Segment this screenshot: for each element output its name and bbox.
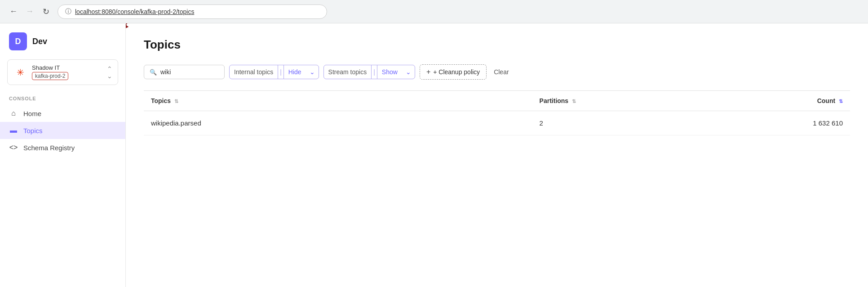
- schema-label: Schema Registry: [23, 144, 75, 152]
- sidebar-item-topics[interactable]: ▬ Topics: [0, 122, 125, 139]
- page-title: Topics: [144, 38, 850, 52]
- count-value: 1 632 610: [673, 111, 850, 135]
- cluster-id: kafka-prod-2: [32, 72, 68, 80]
- topics-table: Topics ⇅ Partitions ⇅ Count ⇅ wikipedia.: [144, 90, 850, 135]
- partitions-sort-icon[interactable]: ⇅: [572, 99, 576, 104]
- search-value: wiki: [160, 68, 171, 76]
- avatar: D: [9, 32, 27, 50]
- filters-row: 🔍 wiki Internal topics | Hide ⌄ Stream t…: [144, 64, 850, 80]
- kafka-icon: ✳: [13, 65, 27, 80]
- cleanup-policy-label: + Cleanup policy: [433, 68, 480, 76]
- topics-label: Topics: [23, 127, 43, 135]
- stream-topics-label: Stream topics: [324, 65, 372, 79]
- topics-icon: ▬: [9, 126, 18, 135]
- cluster-info: Shadow IT kafka-prod-2: [32, 64, 102, 80]
- cluster-selector[interactable]: ✳ Shadow IT kafka-prod-2 ⌃⌄: [7, 59, 118, 85]
- stream-topics-chevron: ⌄: [402, 65, 415, 79]
- search-icon: 🔍: [150, 69, 157, 76]
- home-icon: ⌂: [9, 109, 18, 117]
- app-name: Dev: [32, 37, 47, 46]
- chevron-icon: ⌃⌄: [107, 65, 112, 80]
- sidebar-item-schema-registry[interactable]: <> Schema Registry: [0, 139, 125, 156]
- refresh-button[interactable]: ↻: [40, 5, 52, 18]
- internal-topics-chevron: ⌄: [306, 65, 319, 79]
- search-box[interactable]: 🔍 wiki: [144, 65, 225, 79]
- sidebar: D Dev ✳ Shadow IT kafka-prod-2 ⌃⌄ CONSOL…: [0, 23, 126, 287]
- cluster-name: Shadow IT: [32, 64, 102, 71]
- back-button[interactable]: ←: [7, 5, 20, 18]
- plus-icon: +: [426, 68, 430, 76]
- browser-chrome: ← → ↻ ⓘ localhost:8080/console/kafka-pro…: [0, 0, 868, 23]
- main-content: Topics 🔍 wiki Internal topics | Hide ⌄ S…: [126, 23, 868, 287]
- partitions-value: 2: [532, 111, 673, 135]
- table-header-row: Topics ⇅ Partitions ⇅ Count ⇅: [144, 91, 850, 111]
- url-text: localhost:8080/console/kafka-prod-2/topi…: [75, 8, 194, 15]
- table-row[interactable]: wikipedia.parsed 2 1 632 610: [144, 111, 850, 135]
- clear-button[interactable]: Clear: [491, 65, 511, 79]
- topic-name: wikipedia.parsed: [144, 111, 532, 135]
- svg-line-0: [126, 23, 186, 27]
- stream-topics-filter[interactable]: Stream topics | Show ⌄: [323, 65, 415, 79]
- home-label: Home: [23, 110, 41, 117]
- separator-1: |: [278, 65, 284, 79]
- stream-topics-value: Show: [377, 65, 402, 79]
- address-bar[interactable]: ⓘ localhost:8080/console/kafka-prod-2/to…: [58, 4, 327, 19]
- sidebar-item-home[interactable]: ⌂ Home: [0, 105, 125, 122]
- info-icon: ⓘ: [65, 8, 71, 16]
- separator-2: |: [372, 65, 377, 79]
- internal-topics-label: Internal topics: [230, 65, 278, 79]
- topics-sort-icon[interactable]: ⇅: [174, 99, 178, 104]
- count-sort-icon[interactable]: ⇅: [839, 99, 843, 104]
- col-header-count: Count ⇅: [673, 91, 850, 111]
- schema-icon: <>: [9, 144, 18, 152]
- nav-buttons: ← → ↻: [7, 5, 52, 18]
- col-header-topics: Topics ⇅: [144, 91, 532, 111]
- app-layout: D Dev ✳ Shadow IT kafka-prod-2 ⌃⌄ CONSOL…: [0, 23, 868, 287]
- console-section-label: CONSOLE: [0, 96, 125, 105]
- sidebar-header: D Dev: [0, 32, 125, 59]
- internal-topics-filter[interactable]: Internal topics | Hide ⌄: [229, 65, 319, 79]
- internal-topics-value: Hide: [284, 65, 306, 79]
- table-body: wikipedia.parsed 2 1 632 610: [144, 111, 850, 135]
- forward-button[interactable]: →: [23, 5, 36, 18]
- cleanup-policy-button[interactable]: + + Cleanup policy: [420, 64, 487, 80]
- col-header-partitions: Partitions ⇅: [532, 91, 673, 111]
